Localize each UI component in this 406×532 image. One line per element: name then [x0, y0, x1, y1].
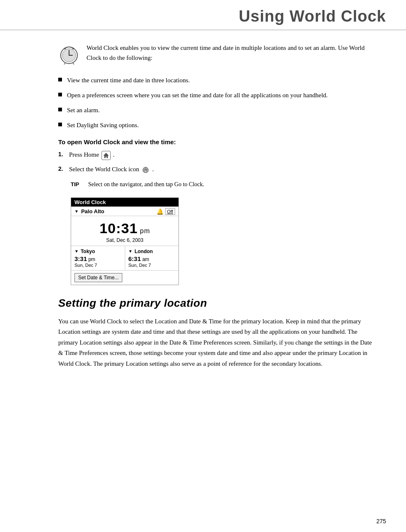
- wc-london-name: London: [134, 249, 153, 254]
- wc-time-value: 10:31: [99, 220, 138, 236]
- world-clock-app-icon: [58, 44, 80, 65]
- list-item: View the current time and date in three …: [58, 75, 373, 85]
- bullet-icon: [58, 108, 62, 111]
- wc-primary-location: ▼ Palo Alto: [74, 208, 104, 214]
- page-number: 275: [376, 518, 386, 525]
- tip-label: TIP: [71, 180, 84, 189]
- worldclock-small-icon: [141, 165, 150, 174]
- wc-tokyo-name: Tokyo: [81, 249, 95, 254]
- wc-primary-date: Sat, Dec 6, 2003: [71, 237, 178, 243]
- wc-big-time: 10:31 pm: [71, 220, 178, 236]
- tip-block: TIP Select on the navigator, and then ta…: [71, 180, 373, 189]
- wc-screenshot: World Clock ▼ Palo Alto 🔔 Off 10:31 pm S…: [71, 197, 179, 285]
- wc-primary-location-name: Palo Alto: [81, 208, 104, 214]
- dropdown-arrow-icon: ▼: [129, 249, 133, 254]
- wc-london-time: 6:31 am: [129, 255, 176, 262]
- setting-section-title: Setting the primary location: [58, 297, 373, 310]
- list-item: Open a preferences screen where you can …: [58, 90, 373, 100]
- wc-tokyo-location: ▼ Tokyo: [74, 249, 121, 254]
- setting-section-body: You can use World Clock to select the Lo…: [58, 316, 373, 369]
- intro-block: World Clock enables you to view the curr…: [58, 43, 373, 65]
- bullet-icon: [58, 123, 62, 126]
- step-num-1: 1.: [58, 150, 66, 159]
- page-title: Using World Clock: [0, 0, 406, 30]
- open-section-heading: To open World Clock and view the time:: [58, 138, 373, 145]
- wc-secondary-col-tokyo: ▼ Tokyo 3:31 pm Sun, Dec 7: [71, 246, 125, 270]
- list-item-text: Set Daylight Saving options.: [67, 120, 139, 130]
- list-item-text: View the current time and date in three …: [67, 75, 190, 85]
- wc-tokyo-time: 3:31 pm: [74, 255, 121, 262]
- list-item: Set an alarm.: [58, 105, 373, 115]
- step-1: 1. Press Home .: [58, 150, 373, 160]
- step-1-text: Press Home .: [69, 150, 114, 160]
- wc-alarm-off: Off: [165, 208, 175, 215]
- set-date-time-button[interactable]: Set Date & Time...: [74, 273, 122, 282]
- wc-london-location: ▼ London: [129, 249, 176, 254]
- steps-list: 1. Press Home . 2. Select the World Cloc…: [58, 150, 373, 174]
- wc-titlebar: World Clock: [71, 198, 178, 207]
- wc-london-date: Sun, Dec 7: [129, 263, 176, 268]
- list-item-text: Open a preferences screen where you can …: [67, 90, 328, 100]
- wc-secondary-row: ▼ Tokyo 3:31 pm Sun, Dec 7 ▼ London 6:31…: [71, 246, 178, 271]
- bullet-icon: [58, 78, 62, 81]
- list-item-text: Set an alarm.: [67, 105, 100, 115]
- alarm-icon: 🔔: [156, 208, 163, 215]
- wc-london-ampm: am: [141, 256, 149, 262]
- home-icon: [102, 151, 111, 160]
- step-2: 2. Select the World Clock icon: [58, 164, 373, 174]
- tip-text: Select on the navigator, and then tap Go…: [88, 180, 204, 189]
- feature-list: View the current time and date in three …: [58, 75, 373, 130]
- step-num-2: 2.: [58, 164, 66, 173]
- dropdown-arrow-icon: ▼: [74, 249, 79, 254]
- wc-tokyo-ampm: pm: [87, 256, 95, 262]
- wc-footer: Set Date & Time...: [71, 271, 178, 285]
- svg-point-7: [72, 48, 74, 49]
- wc-primary-row: ▼ Palo Alto 🔔 Off: [71, 207, 178, 216]
- svg-point-6: [64, 48, 66, 49]
- page-container: Using World Clock W: [0, 0, 406, 532]
- intro-text: World Clock enables you to view the curr…: [87, 43, 373, 63]
- wc-alarm-area: 🔔 Off: [156, 208, 175, 215]
- step-2-text: Select the World Clock icon .: [69, 164, 154, 174]
- wc-tokyo-date: Sun, Dec 7: [74, 263, 121, 268]
- bullet-icon: [58, 93, 62, 96]
- main-content: World Clock enables you to view the curr…: [0, 30, 406, 382]
- wc-time-block: 10:31 pm Sat, Dec 6, 2003: [71, 216, 178, 246]
- list-item: Set Daylight Saving options.: [58, 120, 373, 130]
- wc-am-pm: pm: [138, 227, 150, 234]
- dropdown-arrow-icon: ▼: [74, 209, 79, 214]
- wc-secondary-col-london: ▼ London 6:31 am Sun, Dec 7: [125, 246, 179, 270]
